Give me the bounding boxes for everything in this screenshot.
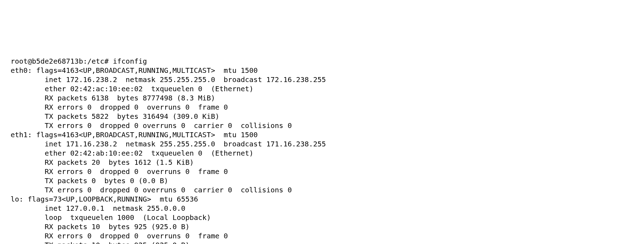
iface-tx-packets: TX packets 5822 bytes 316494 (309.0 KiB): [11, 112, 644, 121]
iface-tx-packets: TX packets 0 bytes 0 (0.0 B): [11, 176, 644, 185]
terminal-output[interactable]: root@b5de2e68713b:/etc# ifconfigeth0: fl…: [0, 46, 644, 244]
iface-inet: inet 127.0.0.1 netmask 255.0.0.0: [11, 204, 644, 213]
iface-tx-errors: TX errors 0 dropped 0 overruns 0 carrier…: [11, 121, 644, 130]
prompt-line: root@b5de2e68713b:/etc# ifconfig: [11, 57, 644, 66]
iface-inet: inet 171.16.238.2 netmask 255.255.255.0 …: [11, 139, 644, 149]
iface-rx-packets: RX packets 6138 bytes 8777498 (8.3 MiB): [11, 93, 644, 103]
iface-header: eth0: flags=4163<UP,BROADCAST,RUNNING,MU…: [11, 66, 644, 75]
iface-link: ether 02:42:ac:10:ee:02 txqueuelen 0 (Et…: [11, 84, 644, 93]
iface-link: ether 02:42:ab:10:ee:02 txqueuelen 0 (Et…: [11, 149, 644, 158]
iface-tx-packets: TX packets 10 bytes 925 (925.0 B): [11, 240, 644, 244]
iface-inet: inet 172.16.238.2 netmask 255.255.255.0 …: [11, 75, 644, 84]
iface-rx-packets: RX packets 10 bytes 925 (925.0 B): [11, 222, 644, 231]
iface-link: loop txqueuelen 1000 (Local Loopback): [11, 213, 644, 222]
iface-tx-errors: TX errors 0 dropped 0 overruns 0 carrier…: [11, 185, 644, 194]
iface-rx-errors: RX errors 0 dropped 0 overruns 0 frame 0: [11, 167, 644, 176]
iface-header: lo: flags=73<UP,LOOPBACK,RUNNING> mtu 65…: [11, 194, 644, 204]
prompt-text: root@b5de2e68713b:/etc# ifconfig: [11, 57, 147, 65]
iface-rx-errors: RX errors 0 dropped 0 overruns 0 frame 0: [11, 103, 644, 112]
iface-header: eth1: flags=4163<UP,BROADCAST,RUNNING,MU…: [11, 130, 644, 139]
iface-rx-errors: RX errors 0 dropped 0 overruns 0 frame 0: [11, 231, 644, 240]
iface-rx-packets: RX packets 20 bytes 1612 (1.5 KiB): [11, 158, 644, 167]
